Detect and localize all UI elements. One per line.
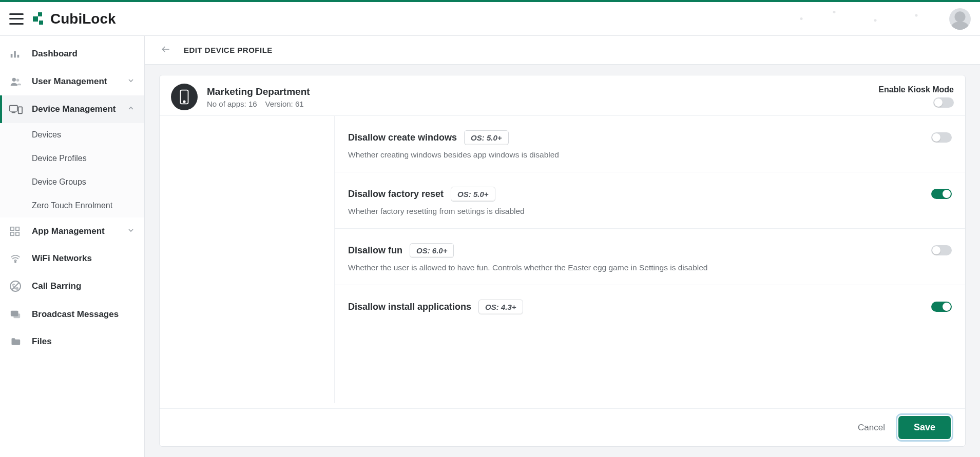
sidebar-item-broadcast-messages[interactable]: Broadcast Messages (0, 301, 144, 328)
svg-point-6 (12, 78, 16, 82)
sidebar-sub-device-groups[interactable]: Device Groups (0, 170, 144, 194)
svg-rect-12 (16, 227, 19, 230)
users-icon (9, 76, 24, 87)
decorative-dots (785, 2, 949, 35)
chevron-down-icon (127, 226, 135, 237)
profile-apps-count: No of apps: 16 (207, 100, 257, 108)
profile-name: Marketing Department (207, 86, 310, 97)
svg-point-22 (183, 101, 185, 103)
sidebar-item-label: User Management (32, 76, 107, 87)
sidebar-item-app-management[interactable]: App Management (0, 217, 144, 245)
sidebar-sub-label: Device Profiles (32, 154, 87, 163)
profile-card-header: Marketing Department No of apps: 16 Vers… (160, 75, 965, 116)
svg-rect-4 (14, 51, 16, 58)
os-badge: OS: 5.0+ (464, 130, 508, 145)
svg-rect-3 (11, 54, 13, 57)
svg-rect-19 (13, 313, 20, 318)
page-header: EDIT DEVICE PROFILE (145, 36, 980, 65)
setting-description: Whether creating windows besides app win… (348, 150, 921, 160)
svg-rect-2 (39, 21, 43, 25)
setting-description: Whether factory resetting from settings … (348, 207, 921, 216)
apps-icon (9, 226, 24, 237)
messages-icon (9, 309, 24, 320)
folder-icon (9, 336, 24, 347)
kiosk-mode-label: Enable Kiosk Mode (878, 85, 954, 94)
phone-icon (171, 84, 198, 110)
sidebar-item-label: Files (32, 336, 52, 347)
topbar: CubiLock (0, 2, 980, 36)
sidebar-item-files[interactable]: Files (0, 328, 144, 355)
sidebar-sub-label: Devices (32, 130, 61, 139)
settings-left-gutter (160, 116, 334, 403)
svg-rect-0 (38, 12, 42, 16)
os-badge: OS: 6.0+ (410, 243, 454, 258)
os-badge: OS: 5.0+ (451, 187, 495, 202)
sidebar-item-user-management[interactable]: User Management (0, 68, 144, 95)
svg-rect-11 (11, 227, 14, 230)
setting-description: Whether the user is allowed to have fun.… (348, 263, 921, 272)
setting-name: Disallow fun (348, 245, 402, 256)
sidebar-sub-device-profiles[interactable]: Device Profiles (0, 147, 144, 170)
page-title: EDIT DEVICE PROFILE (184, 46, 273, 54)
svg-point-7 (16, 79, 20, 82)
kiosk-mode-toggle[interactable] (933, 97, 954, 108)
sidebar-item-device-management[interactable]: Device Management (0, 95, 144, 123)
devices-icon (9, 104, 24, 115)
sidebar-item-label: Broadcast Messages (32, 309, 119, 320)
sidebar-sub-devices[interactable]: Devices (0, 123, 144, 147)
setting-toggle[interactable] (931, 245, 952, 255)
settings-scroll[interactable]: Disallow create windows OS: 5.0+ Whether… (160, 116, 965, 408)
setting-toggle[interactable] (931, 302, 952, 312)
svg-rect-14 (16, 232, 19, 235)
user-avatar-icon[interactable] (949, 8, 971, 30)
sidebar-item-dashboard[interactable]: Dashboard (0, 40, 144, 68)
main: EDIT DEVICE PROFILE Marketing Department… (145, 36, 980, 457)
sidebar-item-label: WiFi Networks (32, 253, 92, 264)
svg-rect-13 (11, 232, 14, 235)
svg-rect-1 (33, 16, 38, 22)
setting-toggle[interactable] (931, 132, 952, 143)
sidebar-item-label: App Management (32, 226, 105, 236)
brand-logo-icon (31, 11, 46, 27)
sidebar-item-label: Device Management (32, 104, 116, 114)
call-barring-icon (9, 280, 24, 292)
chevron-down-icon (127, 76, 135, 87)
os-badge: OS: 4.3+ (478, 300, 523, 314)
sidebar-item-wifi-networks[interactable]: WiFi Networks (0, 245, 144, 272)
profile-version: Version: 61 (265, 100, 304, 108)
back-arrow-icon[interactable] (159, 44, 172, 56)
sidebar-sub-label: Device Groups (32, 177, 86, 186)
setting-name: Disallow factory reset (348, 189, 444, 200)
cancel-button[interactable]: Cancel (858, 423, 885, 433)
card-footer: Cancel Save (160, 408, 965, 446)
bar-chart-icon (9, 48, 24, 59)
sidebar-item-call-barring[interactable]: Call Barring (0, 272, 144, 301)
setting-row-disallow-install-applications: Disallow install applications OS: 4.3+ (335, 285, 965, 324)
setting-row-disallow-factory-reset: Disallow factory reset OS: 5.0+ Whether … (335, 172, 965, 229)
setting-name: Disallow install applications (348, 302, 471, 312)
settings-list: Disallow create windows OS: 5.0+ Whether… (334, 116, 965, 403)
device-management-subgroup: Devices Device Profiles Device Groups Ze… (0, 123, 144, 217)
sidebar-sub-label: Zero Touch Enrolment (32, 201, 112, 210)
sidebar: Dashboard User Management Device Managem… (0, 36, 145, 457)
profile-card: Marketing Department No of apps: 16 Vers… (159, 75, 966, 447)
brand[interactable]: CubiLock (31, 11, 116, 27)
svg-rect-5 (17, 55, 20, 58)
chevron-up-icon (127, 104, 135, 115)
sidebar-item-label: Call Barring (32, 281, 81, 291)
setting-row-disallow-create-windows: Disallow create windows OS: 5.0+ Whether… (335, 116, 965, 172)
svg-rect-8 (10, 106, 17, 111)
sidebar-sub-zero-touch[interactable]: Zero Touch Enrolment (0, 194, 144, 217)
svg-point-15 (15, 261, 16, 263)
hamburger-menu-icon[interactable] (9, 13, 24, 25)
save-button[interactable]: Save (898, 416, 951, 439)
wifi-icon (9, 253, 24, 264)
svg-rect-10 (18, 107, 22, 113)
setting-toggle[interactable] (931, 189, 952, 199)
sidebar-item-label: Dashboard (32, 49, 78, 59)
setting-name: Disallow create windows (348, 132, 457, 143)
setting-row-disallow-fun: Disallow fun OS: 6.0+ Whether the user i… (335, 229, 965, 285)
brand-name: CubiLock (50, 11, 116, 27)
